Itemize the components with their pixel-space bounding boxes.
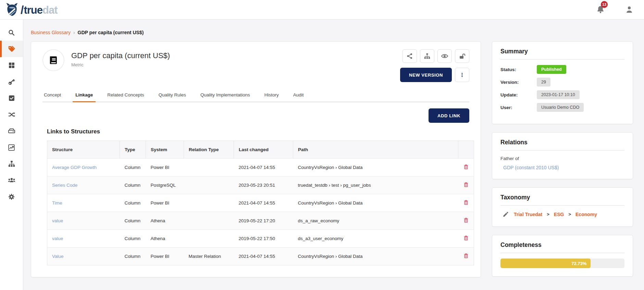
breadcrumb-separator: › [73, 30, 75, 35]
status-label: Status: [500, 67, 537, 72]
trash-icon [463, 182, 469, 188]
edit-taxonomy-button[interactable] [503, 211, 509, 218]
tab-history[interactable]: History [264, 90, 280, 102]
gear-icon [8, 193, 15, 200]
delete-link-button[interactable] [463, 199, 469, 206]
structure-link[interactable]: Value [52, 254, 64, 259]
delete-link-button[interactable] [463, 253, 469, 259]
top-header: /truedat 13 [0, 0, 644, 19]
taxonomy-domain-link[interactable]: ESG [554, 212, 564, 217]
user-menu-button[interactable] [625, 5, 634, 14]
tab-audit[interactable]: Audit [293, 90, 305, 102]
system-cell: PostgreSQL [146, 176, 184, 194]
lock-button[interactable] [455, 49, 469, 63]
more-actions-button[interactable] [455, 68, 469, 82]
notifications-button[interactable]: 13 [596, 5, 605, 14]
version-label: Version: [500, 80, 537, 85]
user-label: User: [500, 105, 537, 110]
check-square-icon [8, 95, 15, 102]
column-header-path: Path [293, 141, 458, 159]
table-row: Value Column Power BI Master Relation 20… [47, 248, 474, 265]
last-changed-cell: 2021-04-07 14:55 [234, 248, 293, 265]
relation-type-cell [184, 176, 234, 194]
completeness-progress-fill: 72.73% [500, 259, 591, 268]
last-changed-cell: 2019-05-22 17:20 [234, 212, 293, 230]
tab-concept[interactable]: Concept [43, 90, 62, 102]
add-link-button[interactable]: ADD LINK [429, 108, 469, 123]
update-badge: 2023-01-17 10:10 [537, 90, 580, 99]
user-badge: Usuario Demo CDO [537, 103, 584, 112]
breadcrumb-parent-link[interactable]: Business Glossary [31, 30, 71, 35]
share-button[interactable] [402, 49, 417, 63]
version-badge: 29 [537, 78, 550, 87]
structure-link[interactable]: value [52, 218, 63, 223]
relation-type-cell [184, 194, 234, 212]
last-changed-cell: 2023-05-23 20:51 [234, 176, 293, 194]
type-cell: Column [120, 176, 146, 194]
delete-link-button[interactable] [463, 235, 469, 241]
sidebar-item-search[interactable] [0, 24, 23, 41]
breadcrumb-current: GDP per capita (current US$) [78, 30, 144, 35]
sidebar-item-lineage[interactable] [0, 106, 23, 123]
users-icon [8, 176, 16, 184]
column-header-last-changed: Last changed [234, 141, 293, 159]
trash-icon [463, 253, 469, 259]
delete-link-button[interactable] [463, 182, 469, 188]
table-row: value Column Athena 2019-05-22 17:20 ds_… [47, 212, 474, 230]
sidebar-item-settings[interactable] [0, 188, 23, 205]
sidebar-item-glossary[interactable] [0, 41, 23, 57]
chart-line-icon [8, 144, 15, 151]
sidebar-item-insights[interactable] [0, 139, 23, 156]
concept-avatar [42, 49, 64, 71]
taxonomy-separator: > [568, 212, 571, 217]
summary-panel: Summary Status: Published Version: 29 Up… [492, 41, 633, 124]
concept-card: GDP per capita (current US$) Metric [31, 41, 481, 277]
trash-icon [463, 235, 469, 241]
system-cell: Athena [146, 212, 184, 230]
taxonomy-domain-link[interactable]: Economy [575, 212, 597, 217]
sidebar-item-domains[interactable] [0, 156, 23, 172]
page-title: GDP per capita (current US$) [71, 51, 170, 60]
owl-logo-icon [5, 2, 18, 17]
status-badge: Published [537, 65, 566, 74]
structure-link[interactable]: Average GDP Growth [52, 165, 97, 170]
tab-quality-implementations[interactable]: Quality Implementations [200, 90, 251, 102]
column-header-structure: Structure [47, 141, 120, 159]
structure-link[interactable]: value [52, 236, 63, 241]
system-cell: Power BI [146, 248, 184, 265]
relations-title: Relations [500, 139, 624, 150]
delete-link-button[interactable] [463, 164, 469, 170]
related-concept-link[interactable]: GDP (constant 2010 US$) [503, 165, 559, 170]
sidebar-item-permissions[interactable] [0, 74, 23, 90]
completeness-panel: Completeness 72.73% [492, 235, 633, 277]
watch-button[interactable] [437, 49, 452, 63]
sidebar-item-users[interactable] [0, 172, 23, 188]
structure-link-button[interactable] [420, 49, 434, 63]
sidebar-item-dashboards[interactable] [0, 57, 23, 74]
eye-icon [441, 52, 448, 60]
tab-quality-rules[interactable]: Quality Rules [158, 90, 187, 102]
taxonomy-separator: > [547, 212, 549, 217]
sidebar-item-structures[interactable] [0, 123, 23, 139]
book-icon [48, 54, 59, 66]
truedat-logo[interactable]: /truedat [5, 2, 58, 17]
unlock-icon [459, 53, 466, 60]
new-version-button[interactable]: NEW VERSION [400, 68, 452, 82]
completeness-progress-track: 72.73% [500, 259, 624, 268]
notification-count-badge: 13 [601, 1, 608, 8]
taxonomy-domain-link[interactable]: Trial Truedat [514, 212, 542, 217]
relations-panel: Relations Father of GDP (constant 2010 U… [492, 132, 633, 179]
delete-link-button[interactable] [463, 217, 469, 223]
sidebar-item-quality[interactable] [0, 90, 23, 106]
tab-related-concepts[interactable]: Related Concepts [107, 90, 145, 102]
type-cell: Column [120, 159, 146, 176]
search-icon [8, 29, 15, 36]
last-changed-cell: 2021-04-07 14:55 [234, 159, 293, 176]
column-header-type: Type [120, 141, 146, 159]
links-section-title: Links to Structures [47, 128, 469, 135]
tab-linkage[interactable]: Linkage [75, 90, 94, 102]
key-icon [8, 78, 15, 85]
trash-icon [463, 164, 469, 170]
structure-link[interactable]: Time [52, 200, 62, 206]
structure-link[interactable]: Series Code [52, 183, 77, 188]
